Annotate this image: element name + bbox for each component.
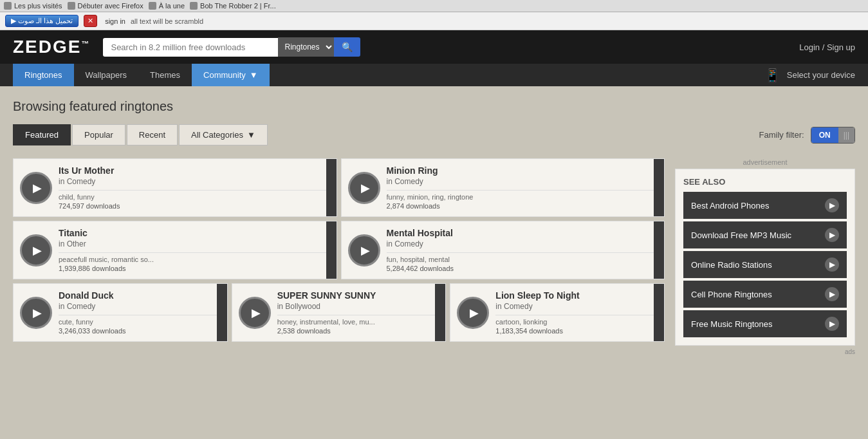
play-button[interactable] [457, 297, 489, 329]
arrow-icon: ▶ [825, 198, 839, 212]
card-dark-bar [654, 159, 664, 216]
card-tags: funny, minion, ring, ringtone [387, 193, 658, 201]
toggle-on[interactable]: ON [811, 127, 838, 143]
card-downloads: 724,597 downloads [59, 202, 330, 210]
toggle-off[interactable]: ||| [838, 127, 854, 143]
play-button[interactable] [20, 172, 52, 204]
nav-right[interactable]: 📱 Select your device [764, 68, 855, 83]
family-filter-toggle[interactable]: ON ||| [811, 127, 855, 144]
arrow-icon: ▶ [825, 287, 839, 301]
family-filter-label: Family filter: [759, 130, 804, 140]
all-categories-label: All Categories [191, 130, 243, 140]
card-dark-bar [654, 221, 664, 279]
card-downloads: 1,183,354 downloads [495, 327, 658, 335]
ads-label: ads [675, 348, 855, 355]
card-category: in Comedy [59, 177, 330, 186]
search-button[interactable]: 🔍 [334, 37, 360, 57]
card-dark-bar [654, 284, 664, 341]
see-also-title: SEE ALSO [683, 177, 847, 187]
login-area[interactable]: Login / Sign up [799, 42, 855, 52]
search-category-dropdown[interactable]: Ringtones [278, 37, 334, 57]
card-title: Its Ur Mother [59, 165, 330, 176]
bottom-row: Donald Duck in Comedy cute, funny 3,246,… [13, 283, 665, 342]
ringtone-card: Mental Hospital in Comedy fun, hospital,… [341, 221, 665, 279]
card-title: Lion Sleep To Night [495, 290, 658, 301]
bookmark-0[interactable]: Les plus visités [14, 2, 62, 10]
sign-in-link[interactable]: sign in [105, 17, 125, 25]
see-also-item[interactable]: Download Free MP3 Music ▶ [683, 221, 847, 248]
filter-popular[interactable]: Popular [72, 124, 125, 145]
favicon [68, 2, 75, 10]
favicon [4, 2, 12, 10]
bookmark-1[interactable]: Débuter avec Firefox [78, 2, 143, 10]
card-title: SUPER SUNNY SUNNY [277, 290, 439, 301]
see-also-item-label: Best Android Phones [691, 201, 769, 210]
card-downloads: 2,874 downloads [387, 202, 658, 210]
play-button[interactable] [20, 297, 52, 329]
login-link[interactable]: Login / Sign up [799, 42, 855, 52]
ringtone-grid: Its Ur Mother in Comedy child, funny 724… [13, 158, 665, 279]
filter-bar: Featured Popular Recent All Categories ▼… [13, 124, 855, 145]
filter-all-categories[interactable]: All Categories ▼ [179, 124, 268, 145]
filter-featured[interactable]: Featured [13, 124, 71, 145]
card-category: in Other [59, 239, 330, 248]
filter-left: Featured Popular Recent All Categories ▼ [13, 124, 268, 145]
card-info: Mental Hospital in Comedy fun, hospital,… [387, 228, 658, 272]
site-nav: Ringtones Wallpapers Themes Community ▼ … [0, 64, 868, 86]
card-info: Titanic in Other peacefull music, romant… [59, 228, 330, 272]
community-label: Community [203, 70, 246, 80]
card-category: in Comedy [495, 302, 658, 311]
card-dark-bar [217, 284, 227, 341]
card-info: Its Ur Mother in Comedy child, funny 724… [59, 165, 330, 210]
nav-community[interactable]: Community ▼ [192, 64, 270, 86]
arrow-icon: ▶ [825, 228, 839, 242]
nav-wallpapers[interactable]: Wallpapers [74, 64, 139, 86]
see-also-item-label: Cell Phone Ringtones [691, 290, 772, 299]
favicon [149, 2, 156, 10]
arrow-icon: ▶ [825, 257, 839, 272]
browser-bar: Les plus visités Débuter avec Firefox À … [0, 0, 868, 12]
card-info: SUPER SUNNY SUNNY in Bollywood honey, in… [277, 290, 439, 335]
plugin-text: all text will be scrambld [131, 17, 203, 25]
card-category: in Comedy [59, 302, 221, 311]
play-button[interactable] [20, 234, 52, 266]
card-dark-bar [326, 221, 337, 279]
search-input[interactable] [103, 38, 278, 57]
nav-ringtones[interactable]: Ringtones [13, 64, 74, 86]
play-button[interactable] [348, 234, 380, 266]
card-category: in Comedy [387, 239, 658, 248]
bookmark-2[interactable]: À la une [159, 2, 185, 10]
ringtone-card: Lion Sleep To Night in Comedy cartoon, l… [450, 283, 665, 342]
card-dark-bar [435, 284, 445, 341]
card-category: in Comedy [387, 177, 658, 186]
sidebar: advertisement SEE ALSO Best Android Phon… [675, 158, 855, 355]
card-info: Donald Duck in Comedy cute, funny 3,246,… [59, 290, 221, 335]
filter-recent[interactable]: Recent [127, 124, 178, 145]
chevron-down-icon: ▼ [250, 70, 258, 80]
plugin-download-button[interactable]: ▶ تحميل هذا الـ صوت [5, 15, 78, 27]
card-title: Mental Hospital [387, 228, 658, 238]
card-tags: cute, funny [59, 318, 221, 326]
see-also-item[interactable]: Best Android Phones ▶ [683, 192, 847, 219]
plugin-btn-label: تحميل هذا الـ صوت [18, 17, 73, 25]
phone-icon: 📱 [764, 68, 780, 83]
nav-themes[interactable]: Themes [138, 64, 192, 86]
nav-left: Ringtones Wallpapers Themes Community ▼ [13, 64, 270, 86]
bookmark-3[interactable]: Bob The Robber 2 | Fr... [200, 2, 276, 10]
card-category: in Bollywood [277, 302, 439, 311]
card-downloads: 1,939,886 downloads [59, 265, 330, 272]
play-button[interactable] [348, 172, 380, 204]
card-info: Minion Ring in Comedy funny, minion, rin… [387, 165, 658, 210]
logo-trademark: ™ [81, 39, 90, 48]
see-also-item[interactable]: Online Radio Stations ▶ [683, 251, 847, 278]
card-tags: child, funny [59, 193, 330, 201]
see-also-item[interactable]: Free Music Ringtones ▶ [683, 310, 847, 337]
see-also-item[interactable]: Cell Phone Ringtones ▶ [683, 281, 847, 308]
device-selector-label[interactable]: Select your device [787, 70, 855, 80]
card-downloads: 2,538 downloads [277, 327, 439, 335]
card-downloads: 5,284,462 downloads [387, 265, 658, 272]
play-button[interactable] [239, 297, 271, 329]
ringtone-card: SUPER SUNNY SUNNY in Bollywood honey, in… [232, 283, 447, 342]
card-dark-bar [326, 159, 337, 216]
plugin-close-button[interactable]: ✕ [84, 15, 97, 27]
